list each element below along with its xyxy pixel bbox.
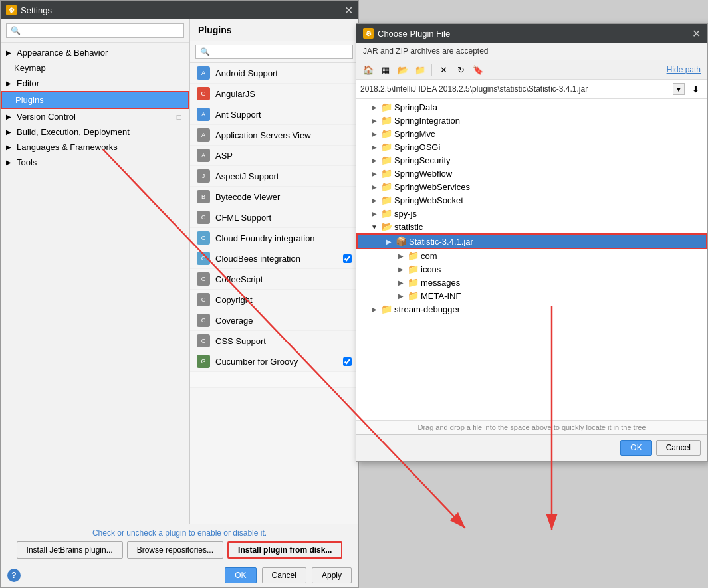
path-dropdown-button[interactable]: ▼	[673, 83, 685, 95]
plugin-item-cucumber[interactable]: G Cucumber for Groovy	[190, 351, 358, 372]
tree-item-icons[interactable]: ▶ 📁 icons	[356, 262, 707, 276]
plugin-item-aspectj[interactable]: J AspectJ Support	[190, 166, 358, 187]
bottom-buttons: Install JetBrains plugin... Browse repos…	[7, 541, 352, 559]
plugin-icon: A	[197, 128, 210, 142]
nav-search-input[interactable]	[6, 23, 184, 38]
sidebar-item-tools[interactable]: ▶ Tools	[1, 155, 189, 170]
arrow-icon: ▶	[6, 128, 11, 136]
plugin-icon: C	[197, 334, 210, 347]
toolbar-delete-button[interactable]: ✕	[435, 62, 451, 77]
plugin-item-asp[interactable]: A ASP	[190, 146, 358, 166]
plugin-checkbox[interactable]	[343, 254, 352, 263]
settings-close-icon[interactable]: ✕	[344, 4, 353, 17]
plugin-item-coffeescript[interactable]: C CoffeeScript	[190, 269, 358, 290]
plugin-name: CoffeeScript	[215, 274, 263, 284]
folder-icon: 📁	[381, 168, 392, 179]
dialog-cancel-button[interactable]: Cancel	[656, 440, 701, 456]
plugin-icon: G	[197, 87, 210, 100]
tree-item-springsecurity[interactable]: ▶ 📁 SpringSecurity	[356, 153, 707, 167]
main-apply-button[interactable]: Apply	[312, 567, 352, 583]
dialog-close-icon[interactable]: ✕	[692, 27, 701, 40]
tree-arrow-icon: ▶	[370, 157, 379, 164]
tree-item-springwebflow[interactable]: ▶ 📁 SpringWebflow	[356, 167, 707, 180]
dialog-ok-button[interactable]: OK	[620, 440, 651, 456]
plugin-name: Android Support	[215, 68, 278, 78]
tree-item-springmvc[interactable]: ▶ 📁 SpringMvc	[356, 127, 707, 140]
settings-title: Settings	[21, 5, 52, 15]
plugin-icon: B	[197, 190, 210, 203]
tree-item-springdata[interactable]: ▶ 📁 SpringData	[356, 100, 707, 114]
toolbar-separator	[431, 64, 432, 76]
tree-item-statistic[interactable]: ▼ 📂 statistic	[356, 220, 707, 233]
install-jetbrains-button[interactable]: Install JetBrains plugin...	[17, 541, 123, 559]
plugin-item-css[interactable]: C CSS Support	[190, 331, 358, 351]
path-download-button[interactable]: ⬇	[687, 82, 703, 96]
tree-item-com[interactable]: ▶ 📁 com	[356, 249, 707, 262]
hide-path-button[interactable]: Hide path	[664, 64, 703, 76]
tree-item-statistic-jar[interactable]: ▶ 📦 Statistic-3.4.1.jar	[356, 233, 707, 249]
tree-item-streamdebugger[interactable]: ▶ 📁 stream-debugger	[356, 302, 707, 316]
tree-label: SpringWebSocket	[394, 195, 463, 205]
tree-arrow-icon: ▶	[396, 292, 406, 300]
sidebar-item-label: Build, Execution, Deployment	[17, 127, 130, 137]
sidebar-item-languages[interactable]: ▶ Languages & Frameworks	[1, 140, 189, 155]
folder-icon: 📁	[381, 128, 392, 139]
sidebar-item-keymap[interactable]: Keymap	[1, 60, 189, 76]
tree-item-springwebsocket[interactable]: ▶ 📁 SpringWebSocket	[356, 193, 707, 207]
plugin-icon: A	[197, 66, 210, 80]
sidebar-item-plugins[interactable]: Plugins	[1, 91, 189, 109]
tree-item-metainf[interactable]: ▶ 📁 META-INF	[356, 289, 707, 302]
plugin-item-cfml[interactable]: C CFML Support	[190, 207, 358, 228]
plugin-item-cloudfoundry[interactable]: C Cloud Foundry integration	[190, 228, 358, 248]
browse-repositories-button[interactable]: Browse repositories...	[127, 541, 223, 559]
plugin-item-appservers[interactable]: A Application Servers View	[190, 125, 358, 146]
sidebar-item-appearance[interactable]: ▶ Appearance & Behavior	[1, 45, 189, 60]
plugin-icon: A	[197, 108, 210, 121]
tree-item-springwebservices[interactable]: ▶ 📁 SpringWebServices	[356, 180, 707, 193]
main-ok-button[interactable]: OK	[225, 567, 256, 583]
tree-label: SpringWebServices	[394, 182, 470, 192]
plugin-item-copyright[interactable]: C Copyright	[190, 290, 358, 310]
plugin-item-android[interactable]: A Android Support	[190, 63, 358, 84]
tree-label: SpringOSGi	[394, 142, 440, 152]
tree-arrow-icon: ▶	[370, 197, 379, 204]
toolbar-list-button[interactable]: ▦	[378, 62, 394, 77]
plugin-item-bytecode[interactable]: B Bytecode Viewer	[190, 187, 358, 207]
tree-label: com	[421, 251, 437, 261]
toolbar-folderup-button[interactable]: 📂	[395, 62, 411, 77]
toolbar-home-button[interactable]: 🏠	[360, 62, 376, 77]
plugin-item-cloudbees[interactable]: C CloudBees integration	[190, 248, 358, 269]
plugins-search-input[interactable]	[195, 45, 353, 59]
tree-item-springintegration[interactable]: ▶ 📁 SpringIntegration	[356, 114, 707, 127]
sidebar-item-build[interactable]: ▶ Build, Execution, Deployment	[1, 124, 189, 140]
tree-item-springosgi[interactable]: ▶ 📁 SpringOSGi	[356, 140, 707, 153]
toolbar-newfolder-button[interactable]: 📁	[412, 62, 428, 77]
plugin-item-angular[interactable]: G AngularJS	[190, 84, 358, 104]
tree-arrow-icon: ▶	[370, 104, 379, 111]
plugin-item-ant[interactable]: A Ant Support	[190, 104, 358, 125]
help-icon[interactable]: ?	[7, 569, 21, 582]
tree-label: spy-js	[394, 209, 417, 219]
toolbar-refresh-button[interactable]: ↻	[453, 62, 469, 77]
plugin-item-coverage[interactable]: C Coverage	[190, 310, 358, 331]
toolbar-bookmark-button[interactable]: 🔖	[470, 62, 486, 77]
arrow-icon: ▶	[6, 144, 11, 151]
folder-icon: 📁	[408, 250, 419, 261]
install-disk-button[interactable]: Install plugin from disk...	[227, 541, 342, 559]
tree-label: SpringWebflow	[394, 169, 452, 179]
plugins-title: Plugins	[190, 19, 358, 41]
sidebar-item-editor[interactable]: ▶ Editor	[1, 76, 189, 91]
plugins-list: A Android Support G AngularJS A Ant Supp…	[190, 63, 358, 524]
arrow-icon: ▶	[6, 113, 11, 120]
tree-item-messages[interactable]: ▶ 📁 messages	[356, 276, 707, 289]
plugin-name: AngularJS	[215, 89, 255, 99]
sidebar-item-label: Version Control	[17, 112, 76, 122]
arrow-icon: ▶	[6, 49, 11, 56]
settings-window: ⚙ Settings ✕ ▶ Appearance & Behavior Key…	[0, 0, 359, 588]
plugin-checkbox[interactable]	[343, 357, 352, 366]
tree-item-spyjs[interactable]: ▶ 📁 spy-js	[356, 207, 707, 220]
tree-label: messages	[421, 278, 460, 288]
plugin-icon: J	[197, 169, 210, 183]
main-cancel-button[interactable]: Cancel	[262, 567, 306, 583]
sidebar-item-version-control[interactable]: ▶ Version Control □	[1, 109, 189, 124]
